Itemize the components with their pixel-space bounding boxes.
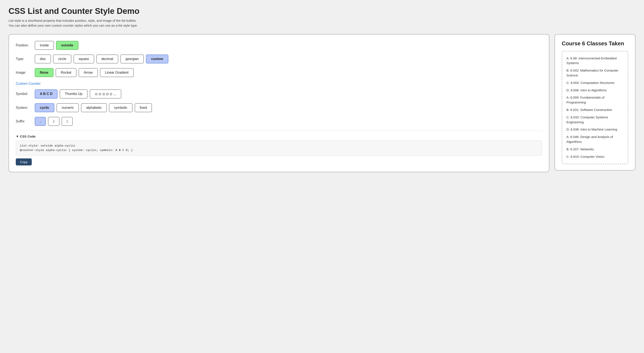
copy-button[interactable]: Copy [16,158,32,165]
suffix-pipe-btn[interactable]: | [62,117,73,126]
list-item: B. 6.207: Networks [566,146,624,153]
symbol-btn-group: A B C D Thumbs Up ⊙ ⊙ ⊙ ⊙ ⊙ ... [35,89,121,99]
image-linear-gradient-btn[interactable]: Linear Gradient [100,68,134,77]
page-title: CSS List and Counter Style Demo [8,6,636,16]
suffix-row: Suffix: . ) | [16,117,542,126]
list-item: C. 6.004: Computation Structures [566,79,624,87]
list-item: B. 6.031: Software Construction [566,106,624,114]
type-decimal-btn[interactable]: decimal [96,54,118,63]
symbol-row: Symbol: A B C D Thumbs Up ⊙ ⊙ ⊙ ⊙ ⊙ ... [16,89,542,99]
list-item: A. 6.009: Fundamentals of Programming [566,94,624,106]
type-disc-btn[interactable]: disc [35,54,51,63]
system-row: System: cyclic numeric alphabetic symbol… [16,103,542,112]
course-list: A. 6.08: Interconnected-Embedded Systems… [566,55,624,161]
position-btn-group: inside outside [35,41,78,50]
list-item: C. 6.819: Computer Vision [566,153,624,161]
section-divider [16,130,542,131]
type-label: Type: [16,57,32,61]
system-label: System: [16,106,32,110]
position-inside-btn[interactable]: inside [35,41,54,50]
list-item: B. 6.042: Mathematics for Computer Scien… [566,67,624,79]
system-fixed-btn[interactable]: fixed [135,103,152,112]
suffix-paren-btn[interactable]: ) [48,117,59,126]
suffix-btn-group: . ) | [35,117,73,126]
type-georgian-btn[interactable]: georgian [120,54,144,63]
css-code-toggle[interactable]: ▼ CSS Code [16,135,542,138]
list-item: D. 6.006: Intro to Algorithms [566,87,624,94]
symbol-abcd-btn[interactable]: A B C D [35,89,58,99]
position-outside-btn[interactable]: outside [56,41,78,50]
type-btn-group: disc circle square decimal georgian cust… [35,54,168,63]
list-item: D. 6.036: Intro to Machine Learning [566,126,624,133]
type-custom-btn[interactable]: custom [146,54,168,63]
custom-counter-label: Custom Counter [16,82,542,86]
right-panel: Course 6 Classes Taken A. 6.08: Intercon… [554,34,636,171]
system-cyclic-btn[interactable]: cyclic [35,103,54,112]
subtitle: List style is a shorthand property that … [8,18,636,28]
system-numeric-btn[interactable]: numeric [56,103,79,112]
image-arrow-btn[interactable]: Arrow [79,68,98,77]
list-item: C. 6.033: Computer Systems Engineering [566,114,624,126]
symbol-circles-btn[interactable]: ⊙ ⊙ ⊙ ⊙ ⊙ ... [90,89,122,99]
system-symbolic-btn[interactable]: symbolic [109,103,132,112]
position-label: Position: [16,43,32,47]
type-row: Type: disc circle square decimal georgia… [16,54,542,63]
list-item: A. 6.046: Design and Analysis of Algorit… [566,133,624,146]
course-list-box: A. 6.08: Interconnected-Embedded Systems… [562,51,628,164]
image-rocket-btn[interactable]: Rocket [56,68,76,77]
left-panel: Position: inside outside Type: disc circ… [8,34,550,172]
image-btn-group: None Rocket Arrow Linear Gradient [35,68,134,77]
symbol-label: Symbol: [16,92,32,96]
suffix-dot-btn[interactable]: . [35,117,46,126]
right-panel-title: Course 6 Classes Taken [562,40,628,47]
css-code-box: list-style: outside alpha-cyclic @counte… [16,140,542,156]
image-none-btn[interactable]: None [35,68,54,77]
list-item: A. 6.08: Interconnected-Embedded Systems [566,55,624,67]
symbol-thumbsup-btn[interactable]: Thumbs Up [60,89,88,99]
main-layout: Position: inside outside Type: disc circ… [8,34,636,172]
suffix-label: Suffix: [16,119,32,123]
system-alphabetic-btn[interactable]: alphabetic [81,103,107,112]
css-code-section: ▼ CSS Code list-style: outside alpha-cyc… [16,135,542,166]
position-row: Position: inside outside [16,41,542,50]
image-row: Image: None Rocket Arrow Linear Gradient [16,68,542,77]
system-btn-group: cyclic numeric alphabetic symbolic fixed [35,103,152,112]
type-circle-btn[interactable]: circle [53,54,71,63]
image-label: Image: [16,71,32,74]
type-square-btn[interactable]: square [74,54,94,63]
